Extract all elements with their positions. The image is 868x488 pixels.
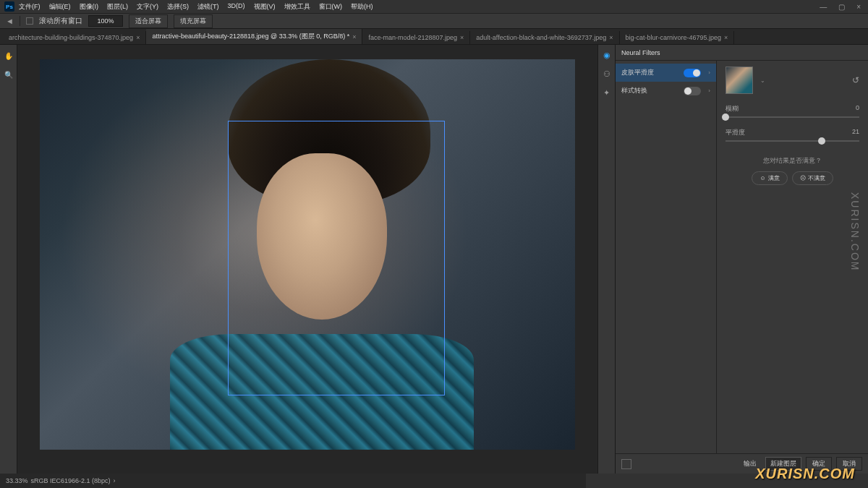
filter-skin-smoothing[interactable]: 皮肤平滑度 › bbox=[616, 64, 716, 82]
chevron-right-icon: › bbox=[708, 69, 710, 76]
tab-close-icon[interactable]: × bbox=[724, 34, 728, 41]
status-bar: 33.33% sRGB IEC61966-2.1 (8bpc) › bbox=[0, 474, 586, 488]
menu-view[interactable]: 视图(V) bbox=[254, 2, 276, 12]
frown-icon: ☹ bbox=[800, 175, 806, 181]
btn-label: 满意 bbox=[768, 174, 780, 182]
tab-close-icon[interactable]: × bbox=[460, 34, 464, 41]
menu-window[interactable]: 窗口(W) bbox=[319, 2, 343, 12]
smile-icon: ☺ bbox=[760, 175, 765, 181]
panel-title: Neural Filters bbox=[616, 45, 868, 61]
neural-filters-panel: Neural Filters 皮肤平滑度 › 样式转换 › ⌄ ↺ bbox=[615, 45, 868, 474]
menu-filter[interactable]: 滤镜(T) bbox=[197, 2, 219, 12]
slider-value: 21 bbox=[852, 128, 859, 137]
tab-3[interactable]: adult-affection-black-and-white-3692737.… bbox=[470, 31, 619, 44]
document-image bbox=[40, 59, 575, 450]
filter-label: 样式转换 bbox=[621, 86, 647, 95]
feedback-section: 您对结果是否满意？ ☺满意 ☹不满意 bbox=[726, 156, 859, 185]
fill-screen-button[interactable]: 填充屏幕 bbox=[174, 14, 213, 28]
slider-thumb[interactable] bbox=[722, 114, 729, 121]
menu-image[interactable]: 图像(I) bbox=[80, 2, 99, 12]
menubar: 文件(F) 编辑(E) 图像(I) 图层(L) 文字(Y) 选择(S) 滤镜(T… bbox=[19, 2, 373, 12]
status-profile: sRGB IEC61966-2.1 (8bpc) bbox=[31, 477, 111, 484]
menu-layer[interactable]: 图层(L) bbox=[107, 2, 128, 12]
menu-edit[interactable]: 编辑(E) bbox=[49, 2, 71, 12]
tab-2[interactable]: face-man-model-2128807.jpeg× bbox=[362, 31, 470, 44]
scroll-all-label: 滚动所有窗口 bbox=[39, 16, 82, 26]
tab-4[interactable]: big-cat-blur-carnivore-46795.jpeg× bbox=[620, 31, 735, 44]
hand-tool-icon[interactable]: ✋ bbox=[2, 49, 15, 62]
slider-smoothness: 平滑度 21 bbox=[726, 128, 859, 142]
scroll-all-checkbox[interactable] bbox=[26, 17, 33, 25]
photo-scarf bbox=[170, 334, 474, 450]
menu-3d[interactable]: 3D(D) bbox=[228, 2, 245, 12]
tab-label: big-cat-blur-carnivore-46795.jpeg bbox=[626, 34, 722, 41]
slider-name: 平滑度 bbox=[726, 128, 745, 137]
left-toolbar: ✋ 🔍 bbox=[0, 45, 17, 474]
slider-value: 0 bbox=[856, 104, 859, 114]
feedback-yes-button[interactable]: ☺满意 bbox=[752, 171, 787, 185]
slider-label-row: 平滑度 21 bbox=[726, 128, 859, 137]
tab-label: attractive-beautiful-beauty-2128818.jpeg… bbox=[152, 32, 349, 41]
filter-style-transfer[interactable]: 样式转换 › bbox=[616, 82, 716, 100]
window-controls: — ▢ × bbox=[817, 3, 864, 11]
person-icon[interactable]: ⚇ bbox=[601, 68, 613, 80]
main-area: ✋ 🔍 ◉ ⚇ ✦ Neural Filters 皮肤平滑度 › bbox=[0, 45, 868, 474]
tab-label: architecture-building-buildings-374870.j… bbox=[9, 34, 133, 41]
tab-close-icon[interactable]: × bbox=[136, 34, 140, 41]
feedback-no-button[interactable]: ☹不满意 bbox=[792, 171, 833, 185]
filter-options: ⌄ ↺ 模糊 0 平滑度 21 bbox=[717, 61, 868, 453]
panel-body: 皮肤平滑度 › 样式转换 › ⌄ ↺ 模糊 bbox=[616, 61, 868, 453]
close-button[interactable]: × bbox=[854, 3, 864, 11]
preview-toggle-icon[interactable] bbox=[621, 459, 631, 469]
reset-icon[interactable]: ↺ bbox=[852, 75, 859, 85]
menu-type[interactable]: 文字(Y) bbox=[137, 2, 158, 12]
face-dropdown-icon[interactable]: ⌄ bbox=[760, 77, 765, 84]
slider-track[interactable] bbox=[726, 140, 859, 142]
slider-name: 模糊 bbox=[726, 104, 739, 114]
face-icon[interactable]: ◉ bbox=[601, 49, 613, 61]
tab-close-icon[interactable]: × bbox=[609, 34, 613, 41]
options-bar: ◄ 滚动所有窗口 适合屏幕 填充屏幕 bbox=[0, 13, 868, 29]
menu-file[interactable]: 文件(F) bbox=[19, 2, 41, 12]
slider-blur: 模糊 0 bbox=[726, 104, 859, 118]
face-thumbnail[interactable] bbox=[726, 67, 753, 94]
feedback-question: 您对结果是否满意？ bbox=[726, 156, 859, 166]
status-zoom: 33.33% bbox=[6, 477, 28, 484]
chevron-right-icon[interactable]: › bbox=[114, 477, 116, 484]
sparkle-icon[interactable]: ✦ bbox=[601, 87, 613, 98]
minimize-button[interactable]: — bbox=[817, 3, 830, 11]
fit-screen-button[interactable]: 适合屏幕 bbox=[129, 14, 168, 28]
canvas[interactable] bbox=[17, 45, 597, 474]
tab-label: face-man-model-2128807.jpeg bbox=[368, 34, 457, 41]
tab-0[interactable]: architecture-building-buildings-374870.j… bbox=[3, 31, 146, 44]
slider-label-row: 模糊 0 bbox=[726, 104, 859, 114]
titlebar: Ps 文件(F) 编辑(E) 图像(I) 图层(L) 文字(Y) 选择(S) 滤… bbox=[0, 0, 868, 13]
app-icon: Ps bbox=[4, 1, 14, 12]
tab-label: adult-affection-black-and-white-3692737.… bbox=[476, 34, 606, 41]
filter-list: 皮肤平滑度 › 样式转换 › bbox=[616, 61, 717, 453]
zoom-input[interactable] bbox=[88, 15, 123, 27]
tab-1[interactable]: attractive-beautiful-beauty-2128818.jpeg… bbox=[146, 29, 362, 44]
menu-select[interactable]: 选择(S) bbox=[167, 2, 189, 12]
chevron-right-icon: › bbox=[708, 87, 710, 94]
panel-icon-column: ◉ ⚇ ✦ bbox=[597, 45, 615, 474]
watermark-vertical: XURISN.COM bbox=[849, 192, 861, 271]
filter-toggle[interactable] bbox=[684, 69, 701, 77]
feedback-buttons: ☺满意 ☹不满意 bbox=[726, 171, 859, 185]
photo-face bbox=[257, 153, 387, 320]
menu-help[interactable]: 帮助(H) bbox=[351, 2, 373, 12]
tab-close-icon[interactable]: × bbox=[352, 33, 356, 40]
zoom-tool-icon[interactable]: 🔍 bbox=[2, 68, 15, 81]
watermark-corner: XURISN.COM bbox=[755, 466, 855, 482]
filter-label: 皮肤平滑度 bbox=[621, 68, 654, 77]
divider bbox=[20, 16, 20, 26]
face-selector: ⌄ ↺ bbox=[726, 67, 859, 94]
maximize-button[interactable]: ▢ bbox=[835, 3, 848, 11]
slider-track[interactable] bbox=[726, 116, 859, 118]
btn-label: 不满意 bbox=[808, 174, 825, 182]
document-tabs: architecture-building-buildings-374870.j… bbox=[0, 29, 868, 45]
slider-thumb[interactable] bbox=[818, 137, 825, 145]
filter-toggle[interactable] bbox=[684, 87, 701, 95]
menu-plugins[interactable]: 增效工具 bbox=[284, 2, 310, 12]
back-button[interactable]: ◄ bbox=[6, 17, 14, 25]
